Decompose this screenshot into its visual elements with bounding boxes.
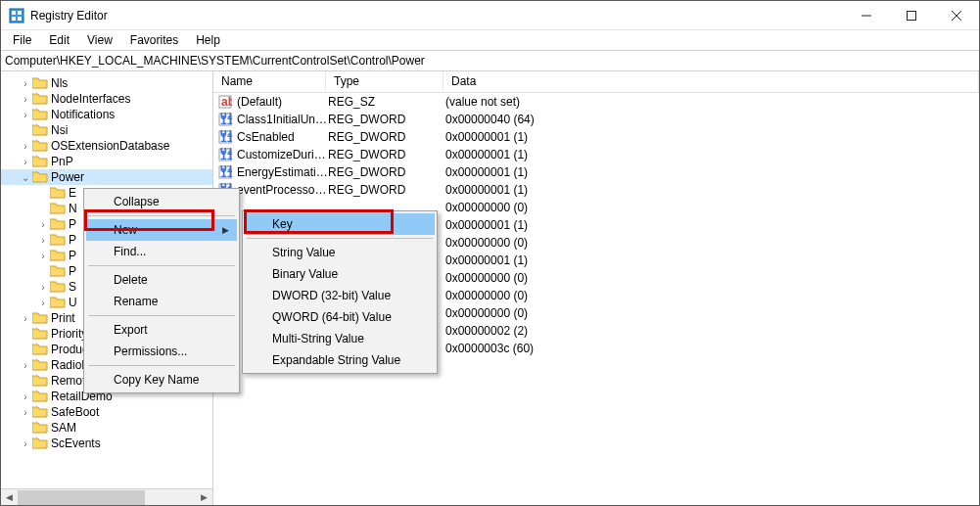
expand-icon[interactable]: › (19, 141, 32, 152)
reg-binary-icon: 011110 (217, 164, 233, 180)
expand-icon[interactable]: › (19, 78, 32, 89)
expand-icon[interactable]: › (19, 391, 32, 402)
tree-item[interactable]: Nsi (1, 122, 212, 138)
list-row[interactable]: 011110eventProcessorE...REG_DWORD0x00000… (213, 181, 979, 199)
submenu-multi-string[interactable]: Multi-String Value (245, 328, 435, 349)
scroll-left-button[interactable]: ◀ (1, 489, 18, 506)
tree-item-label: SAM (51, 421, 76, 435)
expand-icon[interactable]: › (19, 110, 32, 120)
menu-file[interactable]: File (5, 31, 39, 49)
expand-icon[interactable]: › (36, 282, 50, 293)
expand-icon[interactable]: › (36, 298, 50, 308)
tree-item[interactable]: SAM (1, 420, 212, 436)
tree-item-label: S (69, 280, 76, 294)
ctx-delete[interactable]: Delete (86, 269, 237, 291)
list-cell-data: 0x00000001 (1) (445, 130, 979, 144)
context-menu: Collapse New▶ Find... Delete Rename Expo… (83, 188, 240, 393)
list-cell-type: REG_DWORD (328, 130, 445, 144)
ctx-copy-key-name[interactable]: Copy Key Name (86, 369, 237, 391)
address-bar[interactable]: Computer\HKEY_LOCAL_MACHINE\SYSTEM\Curre… (1, 50, 979, 71)
submenu-binary-value[interactable]: Binary Value (245, 263, 435, 285)
menu-help[interactable]: Help (188, 31, 228, 49)
expand-icon[interactable]: › (36, 219, 50, 230)
list-cell-data: 0x00000001 (1) (445, 253, 979, 267)
ctx-export[interactable]: Export (86, 319, 237, 341)
menu-view[interactable]: View (79, 31, 120, 49)
svg-rect-2 (18, 11, 22, 15)
tree-item[interactable]: ›PnP (1, 154, 212, 169)
expand-icon[interactable]: › (19, 157, 32, 167)
submenu-dword[interactable]: DWORD (32-bit) Value (245, 285, 435, 306)
collapse-icon[interactable]: ⌄ (19, 172, 32, 183)
folder-icon (32, 375, 48, 387)
list-row[interactable]: 011110CsEnabledREG_DWORD0x00000001 (1) (213, 128, 979, 146)
svg-text:110: 110 (220, 149, 232, 161)
expand-icon[interactable]: › (19, 94, 32, 105)
column-header-data[interactable]: Data (443, 71, 979, 92)
folder-icon (50, 265, 66, 277)
svg-rect-4 (18, 17, 22, 21)
ctx-separator (247, 238, 433, 239)
tree-item[interactable]: ›ScEvents (1, 436, 212, 451)
reg-string-icon: ab (217, 94, 233, 110)
list-cell-name: (Default) (237, 95, 328, 109)
tree-item-label: Nsi (51, 123, 68, 137)
list-cell-data: 0x00000000 (0) (445, 271, 979, 285)
minimize-button[interactable] (844, 1, 889, 30)
folder-icon (32, 312, 48, 324)
list-header: Name Type Data (213, 71, 979, 93)
submenu-string-value[interactable]: String Value (245, 242, 435, 263)
folder-icon (50, 281, 66, 293)
list-row[interactable]: 011110CustomizeDurin...REG_DWORD0x000000… (213, 146, 979, 163)
expand-icon[interactable]: › (36, 251, 50, 261)
tree-item-label: E (69, 186, 76, 200)
column-header-name[interactable]: Name (213, 71, 326, 92)
list-cell-name: CsEnabled (237, 130, 328, 144)
list-cell-name: eventProcessorE... (237, 183, 328, 197)
submenu-qword[interactable]: QWORD (64-bit) Value (245, 306, 435, 328)
menu-edit[interactable]: Edit (41, 31, 77, 49)
column-header-type[interactable]: Type (326, 71, 443, 92)
scroll-thumb[interactable] (18, 490, 145, 505)
tree-item[interactable]: ›Notifications (1, 107, 212, 122)
folder-icon (50, 187, 66, 199)
tree-item-label: P (69, 264, 76, 278)
submenu-expandable-string[interactable]: Expandable String Value (245, 349, 435, 371)
menu-favorites[interactable]: Favorites (122, 31, 186, 49)
ctx-separator (88, 365, 235, 366)
folder-icon (32, 140, 48, 152)
folder-icon (32, 171, 48, 183)
expand-icon[interactable]: › (36, 235, 50, 246)
expand-icon[interactable]: › (19, 360, 32, 371)
list-row[interactable]: 011110EnergyEstimatio...REG_DWORD0x00000… (213, 163, 979, 181)
ctx-rename[interactable]: Rename (86, 291, 237, 312)
tree-item[interactable]: ›Nls (1, 75, 212, 91)
ctx-permissions[interactable]: Permissions... (86, 341, 237, 362)
list-row[interactable]: ab(Default)REG_SZ(value not set) (213, 93, 979, 111)
maximize-button[interactable] (889, 1, 934, 30)
expand-icon[interactable]: › (19, 438, 32, 449)
tree-item[interactable]: ›OSExtensionDatabase (1, 138, 212, 154)
folder-icon (32, 328, 48, 340)
tree-item[interactable]: ⌄Power (1, 169, 212, 185)
expand-icon[interactable]: › (19, 313, 32, 324)
tree-horizontal-scrollbar[interactable]: ◀ ▶ (1, 488, 212, 505)
submenu-key[interactable]: Key (245, 213, 435, 235)
ctx-find[interactable]: Find... (86, 241, 237, 262)
list-cell-data: 0x00000000 (0) (445, 201, 979, 214)
list-cell-type: REG_DWORD (328, 183, 445, 197)
tree-item[interactable]: ›SafeBoot (1, 404, 212, 420)
scroll-right-button[interactable]: ▶ (196, 489, 212, 506)
expand-icon[interactable]: › (19, 407, 32, 418)
list-row[interactable]: 011110Class1InitialUnp...REG_DWORD0x0000… (213, 111, 979, 128)
list-cell-data: 0x00000001 (1) (445, 183, 979, 197)
tree-item[interactable]: ›NodeInterfaces (1, 91, 212, 107)
ctx-collapse[interactable]: Collapse (86, 191, 237, 212)
close-button[interactable] (934, 1, 979, 30)
folder-icon (32, 77, 48, 89)
ctx-new[interactable]: New▶ (86, 219, 237, 241)
svg-rect-3 (12, 17, 16, 21)
folder-icon (32, 406, 48, 418)
scroll-track[interactable] (18, 489, 196, 506)
folder-icon (50, 203, 66, 214)
